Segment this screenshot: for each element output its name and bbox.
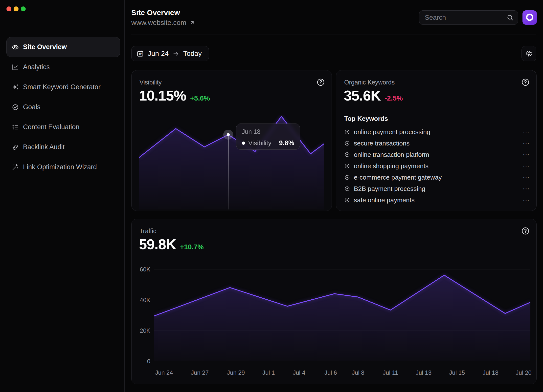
sparkles-icon [12,83,19,91]
organic-delta: -2.5% [385,94,403,102]
y-axis-tick-label: 40K [140,297,150,304]
y-axis-tick-label: 60K [140,266,150,273]
window-controls [6,6,26,11]
eye-icon [12,43,19,51]
sidebar-item-goals[interactable]: Goals [6,97,120,117]
svg-text:12: 12 [139,53,142,56]
keyword-bullet-icon [344,174,350,180]
sidebar-item-label: Site Overview [23,43,67,51]
keyword-bullet-icon [344,163,350,169]
x-axis-tick-label: Jun 24 [155,369,173,376]
x-axis-tick-label: Jun 27 [191,369,209,376]
checklist-icon [12,124,19,131]
tooltip-date: Jun 18 [242,128,294,135]
x-axis-tick-label: Jul 20 [516,369,532,376]
logo-pinwheel-icon [525,13,534,23]
x-axis-tick-label: Jul 4 [293,369,305,376]
sidebar-item-label: Smart Keyword Generator [23,83,101,91]
sidebar-item-site-overview[interactable]: Site Overview [6,37,120,57]
keyword-bullet-icon [344,140,350,146]
sidebar-item-analytics[interactable]: Analytics [6,57,120,77]
settings-button[interactable] [521,46,536,61]
sidebar-item-label: Backlink Audit [23,143,65,151]
keyword-menu-button[interactable]: ⋯ [522,129,530,135]
window-close-button[interactable] [6,6,11,11]
organic-keywords-card: Organic Keywords 35.6K -2.5% Top Keyword… [336,70,537,211]
y-axis-tick-label: 20K [140,327,150,334]
x-axis-tick-label: Jul 1 [262,369,275,376]
keyword-label: safe online payments [354,196,415,204]
keyword-menu-button[interactable]: ⋯ [522,151,530,158]
keyword-row: online shopping payments⋯ [344,160,530,172]
visibility-help-icon[interactable] [316,77,326,87]
keyword-label: online payment processing [354,128,430,136]
sidebar-item-label: Link Optimization Wizard [23,163,97,171]
y-axis-tick-label: 0 [147,358,150,365]
site-url-link[interactable]: www.website.com [131,19,195,27]
date-range-start: Jun 24 [148,50,169,58]
x-axis-tick-label: Jul 18 [483,369,498,376]
top-keywords-title: Top Keywords [344,115,388,123]
app-logo-button[interactable] [522,10,537,25]
sidebar-item-smart-keyword-generator[interactable]: Smart Keyword Generator [6,77,120,97]
tooltip-value: 9.8% [279,139,294,147]
keyword-row: B2B payment processing⋯ [344,183,530,194]
top-keywords-list: online payment processing⋯secure transac… [344,126,530,206]
keyword-menu-button[interactable]: ⋯ [522,163,530,169]
organic-help-icon[interactable] [520,77,530,87]
keyword-menu-button[interactable]: ⋯ [522,174,530,181]
sidebar-item-content-evaluation[interactable]: Content Evaluation [6,117,120,137]
keyword-menu-button[interactable]: ⋯ [522,197,530,204]
keyword-label: secure transactions [354,140,409,147]
sidebar-item-label: Content Evaluation [23,123,79,131]
organic-card-label: Organic Keywords [344,79,395,86]
site-url-text: www.website.com [131,19,186,27]
search-icon [506,14,514,21]
date-range-end: Today [183,50,202,58]
sidebar-item-label: Goals [23,103,41,111]
x-axis-tick-label: Jul 13 [416,369,431,376]
x-axis-tick-label: Jul 6 [324,369,337,376]
chart-tooltip: Jun 18 Visibility 9.8% [236,124,300,150]
external-link-icon [189,20,195,26]
calendar-icon: 12 [136,50,144,57]
search-input[interactable] [419,11,518,24]
keyword-label: online shopping payments [354,162,429,170]
sidebar-item-link-optimization-wizard[interactable]: Link Optimization Wizard [6,157,120,177]
visibility-delta: +5.6% [190,94,210,102]
keyword-bullet-icon [344,152,350,158]
keyword-row: online payment processing⋯ [344,126,530,138]
x-axis-tick-label: Jul 11 [383,369,398,376]
sidebar: Site OverviewAnalyticsSmart Keyword Gene… [0,0,125,392]
keyword-row: online transaction platform⋯ [344,149,530,160]
window-zoom-button[interactable] [21,6,26,11]
organic-value: 35.6K [344,88,381,103]
keyword-label: e-commerce payment gateway [354,174,442,181]
traffic-y-axis: 60K40K20K0 [138,219,150,384]
sidebar-item-label: Analytics [23,63,50,71]
app-window: Site OverviewAnalyticsSmart Keyword Gene… [0,0,543,392]
keyword-menu-button[interactable]: ⋯ [522,186,530,192]
x-axis-tick-label: Jul 15 [449,369,465,376]
traffic-delta: +10.7% [180,243,204,251]
traffic-help-icon[interactable] [520,226,530,236]
traffic-chart[interactable] [154,269,530,361]
keyword-label: B2B payment processing [354,185,425,193]
goals-icon [12,103,19,111]
window-minimize-button[interactable] [14,6,19,11]
sidebar-item-backlink-audit[interactable]: Backlink Audit [6,137,120,157]
tooltip-series-name: Visibility [248,139,271,147]
traffic-card: Traffic 59.8K +10.7% 60K40K20K0 Jun 24Ju… [131,219,537,384]
keyword-bullet-icon [344,129,350,135]
search-box [419,10,518,25]
keyword-bullet-icon [344,186,350,192]
arrow-right-icon [173,50,179,57]
keyword-menu-button[interactable]: ⋯ [522,140,530,147]
hover-crosshair-line [228,135,228,209]
date-range-picker[interactable]: 12 Jun 24 Today [131,46,209,61]
wand-icon [12,164,19,171]
sidebar-nav: Site OverviewAnalyticsSmart Keyword Gene… [6,37,120,177]
keyword-row: safe online payments⋯ [344,194,530,206]
x-axis-tick-label: Jun 29 [227,369,245,376]
x-axis-tick-label: Jul 8 [352,369,364,376]
